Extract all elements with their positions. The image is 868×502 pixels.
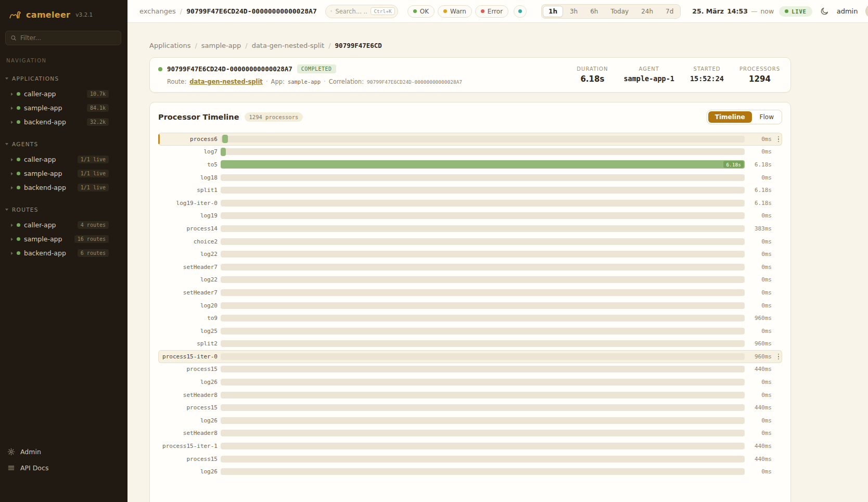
sidebar-item[interactable]: caller-app 4 routes xyxy=(0,218,127,232)
timeline-row[interactable]: to5 6.18s 6.18s xyxy=(158,158,782,171)
timeline-row[interactable]: setHeader8 0ms xyxy=(158,427,782,440)
filter-input[interactable] xyxy=(20,34,116,42)
status-filter-pill[interactable]: Warn xyxy=(438,5,472,18)
sidebar-item-api-docs[interactable]: API Docs xyxy=(7,460,121,476)
status-dot xyxy=(481,9,484,13)
sidebar-filter[interactable] xyxy=(5,31,121,45)
time-range-button[interactable]: Today xyxy=(605,6,634,17)
moon-icon xyxy=(820,7,829,16)
sidebar-item[interactable]: caller-app 10.7k xyxy=(0,87,127,101)
row-duration: 0ms xyxy=(748,174,772,181)
processor-name: setHeader8 xyxy=(158,392,218,398)
route-link[interactable]: data-gen-nested-split xyxy=(189,78,263,85)
timeline-row[interactable]: log20 0ms xyxy=(158,299,782,312)
row-menu-icon[interactable] xyxy=(775,133,782,146)
custom-status-pill[interactable] xyxy=(514,5,527,18)
section-header-routes[interactable]: ROUTES xyxy=(0,205,127,214)
view-toggle-button[interactable]: Timeline xyxy=(708,111,752,123)
timeline-row[interactable]: process15-iter-0 960ms xyxy=(158,350,782,363)
timeline-row[interactable]: setHeader7 0ms xyxy=(158,261,782,274)
view-toggle-button[interactable]: Flow xyxy=(753,111,781,123)
sidebar-item[interactable]: sample-app 1/1 live xyxy=(0,166,127,181)
avatar[interactable]: AD xyxy=(865,4,868,18)
breadcrumb-applications[interactable]: Applications xyxy=(149,42,190,49)
time-range-button[interactable]: 1h xyxy=(543,6,563,17)
timeline-row[interactable]: process15-iter-1 440ms xyxy=(158,440,782,453)
search-icon xyxy=(330,8,333,14)
timeline-bar[interactable] xyxy=(222,135,228,143)
date-range-separator: — xyxy=(751,7,758,15)
breadcrumb-exchanges[interactable]: exchanges xyxy=(139,7,176,15)
timeline-row[interactable]: process6 0ms xyxy=(158,133,782,146)
correlation-value: 90799F47E6CD24D-00000000000028A7 xyxy=(367,79,462,85)
sidebar-item[interactable]: backend-app 1/1 live xyxy=(0,181,127,195)
sidebar-item-label: sample-app xyxy=(24,170,62,177)
user-name[interactable]: admin xyxy=(837,7,858,15)
timeline-row[interactable]: to9 960ms xyxy=(158,312,782,325)
timeline-row[interactable]: setHeader8 0ms xyxy=(158,389,782,402)
status-filter-pill[interactable]: Error xyxy=(475,5,508,18)
row-duration: 960ms xyxy=(748,315,772,321)
time-range-button[interactable]: 7d xyxy=(660,6,679,17)
timeline-row[interactable]: process15 440ms xyxy=(158,453,782,466)
time-range-button[interactable]: 6h xyxy=(584,6,604,17)
breadcrumb-route[interactable]: data-gen-nested-split xyxy=(252,42,325,49)
processor-name: setHeader8 xyxy=(158,430,218,436)
time-range-button[interactable]: 24h xyxy=(635,6,659,17)
timeline-row[interactable]: log7 0ms xyxy=(158,146,782,159)
timeline-row[interactable]: log25 0ms xyxy=(158,325,782,338)
stat: PROCESSORS 1294 xyxy=(739,66,780,84)
timeline-row[interactable]: log19 0ms xyxy=(158,210,782,223)
status-filter-label: Warn xyxy=(450,8,466,15)
row-duration: 0ms xyxy=(748,392,772,398)
timeline-row[interactable]: log26 0ms xyxy=(158,465,782,478)
sidebar-item-badge: 1/1 live xyxy=(78,156,109,163)
status-filter-label: OK xyxy=(420,8,429,15)
processor-name: log26 xyxy=(158,468,218,475)
section-header-applications[interactable]: APPLICATIONS xyxy=(0,74,127,83)
status-dot xyxy=(17,158,20,161)
sidebar-item[interactable]: backend-app 6 routes xyxy=(0,246,127,260)
timeline-row[interactable]: split1 6.18s xyxy=(158,184,782,197)
sidebar-item[interactable]: backend-app 32.2k xyxy=(0,115,127,129)
timeline-row[interactable]: log22 0ms xyxy=(158,274,782,287)
search-input[interactable] xyxy=(335,8,367,15)
breadcrumb-sample-app[interactable]: sample-app xyxy=(201,42,241,49)
timeline-row[interactable]: choice2 0ms xyxy=(158,235,782,248)
date-range-picker[interactable]: 25. März 14:53 — now xyxy=(692,7,774,15)
search-box[interactable]: Ctrl+K xyxy=(325,5,398,18)
sidebar-item[interactable]: caller-app 1/1 live xyxy=(0,152,127,166)
sidebar-item-admin[interactable]: Admin xyxy=(7,444,121,460)
sidebar-item[interactable]: sample-app 16 routes xyxy=(0,232,127,246)
row-menu-icon[interactable] xyxy=(775,350,782,363)
sidebar-item-label: sample-app xyxy=(24,104,62,112)
stat: STARTED 15:52:24 xyxy=(690,66,724,84)
timeline-bar[interactable]: 6.18s xyxy=(221,160,745,169)
status-filter-pill[interactable]: OK xyxy=(407,5,435,18)
timeline-track xyxy=(221,430,745,436)
row-duration: 0ms xyxy=(748,251,772,258)
timeline-row[interactable]: log26 0ms xyxy=(158,414,782,427)
timeline-row[interactable]: log26 0ms xyxy=(158,376,782,389)
section-agents: AGENTS caller-app 1/1 live sample-app 1/… xyxy=(0,139,127,195)
timeline-row[interactable]: process15 440ms xyxy=(158,363,782,376)
stat-label: PROCESSORS xyxy=(739,66,780,72)
timeline-bar[interactable] xyxy=(221,148,226,156)
breadcrumb-separator: / xyxy=(180,7,182,15)
breadcrumb-separator: / xyxy=(245,42,247,49)
timeline-row[interactable]: setHeader7 0ms xyxy=(158,286,782,299)
timeline-row[interactable]: log18 0ms xyxy=(158,171,782,184)
timeline-row[interactable]: process14 383ms xyxy=(158,222,782,235)
exchange-status-dot xyxy=(158,67,162,71)
time-range-button[interactable]: 3h xyxy=(564,6,583,17)
sidebar-item[interactable]: sample-app 84.1k xyxy=(0,101,127,115)
live-toggle[interactable]: LIVE xyxy=(779,6,812,17)
timeline-row[interactable]: split2 960ms xyxy=(158,338,782,351)
section-header-agents[interactable]: AGENTS xyxy=(0,139,127,149)
theme-toggle[interactable] xyxy=(820,7,829,16)
row-duration: 0ms xyxy=(748,212,772,219)
timeline-row[interactable]: log22 0ms xyxy=(158,248,782,261)
timeline-row[interactable]: log19-iter-0 6.18s xyxy=(158,197,782,210)
timeline-row[interactable]: process15 440ms xyxy=(158,401,782,414)
app-logo[interactable]: cameleer v3.2.1 xyxy=(0,0,127,27)
